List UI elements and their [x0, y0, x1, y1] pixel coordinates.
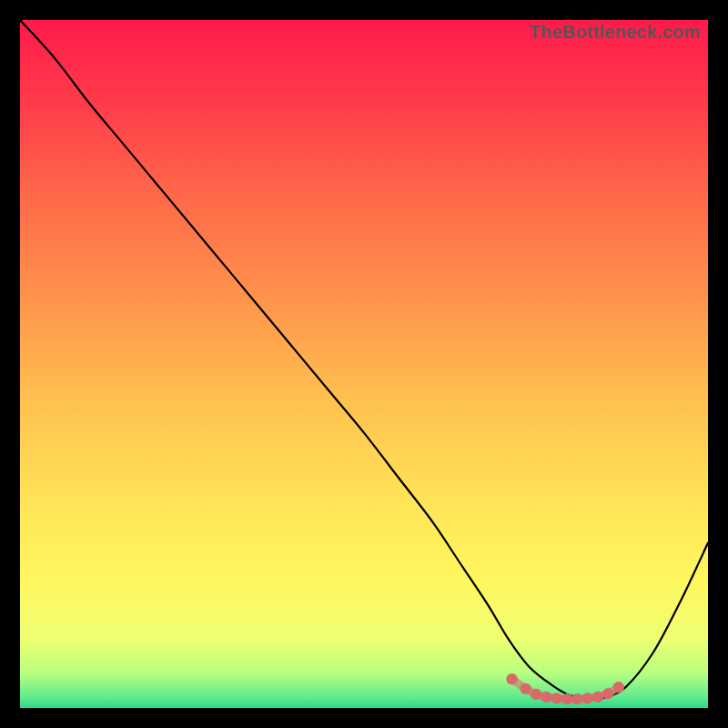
optimal-point	[571, 693, 582, 704]
optimal-point	[506, 673, 517, 684]
watermark-text: TheBottleneck.com	[530, 22, 701, 43]
optimal-point	[592, 692, 603, 703]
optimal-point	[613, 682, 624, 693]
chart-frame: TheBottleneck.com	[0, 0, 728, 728]
optimal-point	[551, 693, 561, 703]
optimal-point	[582, 693, 593, 703]
optimal-point	[520, 683, 531, 694]
bottleneck-chart	[20, 20, 708, 708]
gradient-background	[20, 20, 708, 708]
optimal-point	[602, 688, 613, 699]
optimal-point	[561, 693, 572, 704]
plot-area: TheBottleneck.com	[20, 20, 708, 708]
optimal-point	[541, 692, 551, 703]
optimal-point	[531, 689, 541, 700]
